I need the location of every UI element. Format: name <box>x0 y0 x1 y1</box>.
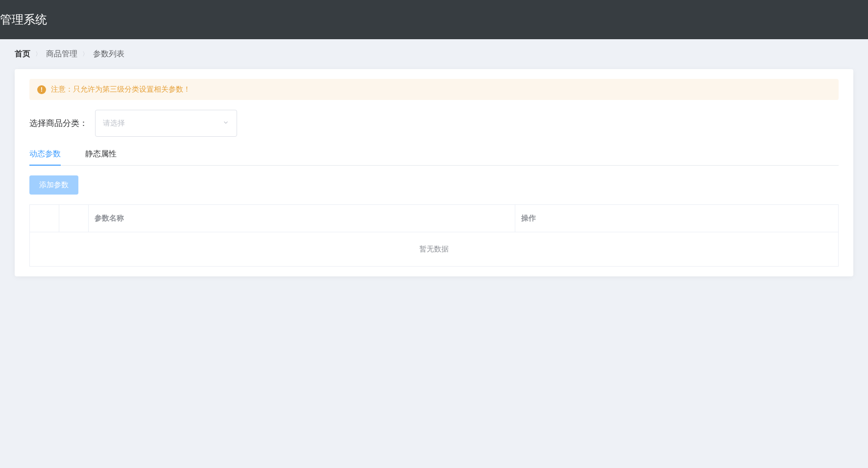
add-param-button[interactable]: 添加参数 <box>29 175 78 195</box>
table-empty-text: 暂无数据 <box>30 232 839 267</box>
breadcrumb-param-list: 参数列表 <box>93 49 124 59</box>
tab-static-attributes[interactable]: 静态属性 <box>85 149 117 165</box>
warning-alert: ! 注意：只允许为第三级分类设置相关参数！ <box>29 79 839 100</box>
breadcrumb-product-management[interactable]: 商品管理 <box>46 49 77 59</box>
chevron-right-icon: 〉 <box>35 50 41 58</box>
category-cascader[interactable]: 请选择 <box>95 110 237 137</box>
tabs-container: 动态参数 静态属性 <box>29 149 839 166</box>
content-card: ! 注意：只允许为第三级分类设置相关参数！ 选择商品分类： 请选择 动态参数 静… <box>15 69 853 276</box>
category-label: 选择商品分类： <box>29 118 88 129</box>
chevron-right-icon: 〉 <box>82 50 88 58</box>
breadcrumb: 首页 〉 商品管理 〉 参数列表 <box>15 49 853 59</box>
main-content: 首页 〉 商品管理 〉 参数列表 ! 注意：只允许为第三级分类设置相关参数！ 选… <box>0 39 868 286</box>
table-header-action: 操作 <box>515 205 838 232</box>
table-header-name: 参数名称 <box>89 205 515 232</box>
app-title: 管理系统 <box>0 12 47 27</box>
app-header: 管理系统 <box>0 0 868 39</box>
alert-text: 注意：只允许为第三级分类设置相关参数！ <box>51 85 191 94</box>
breadcrumb-home[interactable]: 首页 <box>15 49 30 59</box>
table-header-expand <box>30 205 59 232</box>
tab-dynamic-params[interactable]: 动态参数 <box>29 149 61 165</box>
warning-icon: ! <box>37 85 46 94</box>
category-selector-row: 选择商品分类： 请选择 <box>29 110 839 137</box>
cascader-placeholder: 请选择 <box>103 119 125 128</box>
params-table: 参数名称 操作 暂无数据 <box>29 204 839 267</box>
chevron-down-icon <box>222 119 229 127</box>
table-header-index <box>59 205 89 232</box>
